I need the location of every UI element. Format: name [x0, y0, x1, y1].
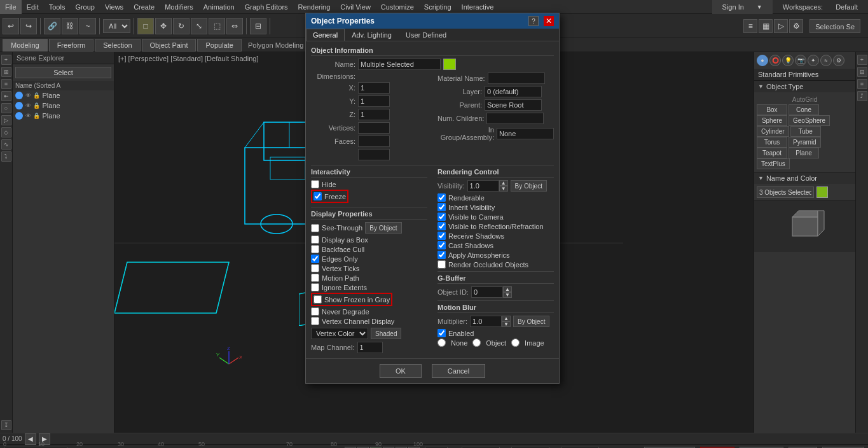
by-object-btn-blur[interactable]: By Object — [513, 316, 549, 327]
visible-camera-checkbox[interactable] — [437, 213, 446, 221]
sidebar-icon-5[interactable]: ○ — [1, 103, 11, 113]
mb-none-radio[interactable] — [437, 339, 446, 347]
map-channel-input[interactable] — [357, 342, 383, 353]
sidebar-icon-2[interactable]: ⊞ — [1, 67, 11, 77]
list-item-2[interactable]: 👁 🔒 Plane — [13, 101, 114, 111]
menu-civil-view[interactable]: Civil View — [335, 0, 375, 14]
menu-interactive[interactable]: Interactive — [457, 0, 499, 14]
move-button[interactable]: ✥ — [155, 18, 172, 34]
name-color-box[interactable] — [443, 59, 456, 70]
name-color-swatch[interactable] — [816, 186, 828, 198]
layer-input[interactable] — [485, 86, 542, 97]
mb-enabled-checkbox[interactable] — [437, 329, 446, 337]
dialog-help-button[interactable]: ? — [528, 16, 539, 26]
box-button[interactable]: Box — [757, 104, 787, 115]
lights-icon[interactable]: 💡 — [782, 55, 794, 66]
right-icon-1[interactable]: + — [857, 55, 867, 65]
object-type-header[interactable]: ▼ Object Type — [754, 81, 855, 92]
mirror-button[interactable]: ⇔ — [226, 18, 243, 34]
shapes-icon[interactable]: ⭕ — [769, 55, 781, 66]
mb-object-radio[interactable] — [472, 339, 481, 347]
redo-button[interactable]: ↪ — [20, 18, 37, 34]
filter-dropdown[interactable]: All — [103, 19, 130, 33]
scale-button[interactable]: ⤡ — [191, 18, 207, 34]
sidebar-icon-3[interactable]: ≡ — [1, 79, 11, 89]
edges-checkbox[interactable] — [311, 255, 319, 263]
spacewarps-icon[interactable]: ≈ — [820, 55, 832, 66]
menu-graph-editors[interactable]: Graph Editors — [240, 0, 293, 14]
tab-selection[interactable]: Selection — [95, 39, 140, 52]
menu-group[interactable]: Group — [70, 0, 100, 14]
menu-customize[interactable]: Customize — [376, 0, 419, 14]
name-color-header[interactable]: ▼ Name and Color — [754, 172, 855, 184]
multiplier-input[interactable] — [470, 316, 502, 327]
plane-button[interactable]: Plane — [789, 148, 819, 158]
cancel-button[interactable]: Cancel — [432, 364, 485, 378]
display-box-checkbox[interactable] — [311, 235, 319, 244]
geometry-icon[interactable]: ● — [757, 55, 768, 66]
sidebar-icon-9[interactable]: ⤵ — [1, 151, 11, 162]
select-button[interactable]: □ — [137, 18, 154, 34]
motion-path-checkbox[interactable] — [311, 274, 319, 282]
menu-create[interactable]: Create — [128, 0, 160, 14]
menu-views[interactable]: Views — [100, 0, 128, 14]
cone-button[interactable]: Cone — [789, 104, 819, 115]
tab-populate[interactable]: Populate — [197, 39, 241, 52]
object-id-down[interactable]: ▼ — [503, 292, 512, 298]
undo-button[interactable]: ↩ — [3, 18, 19, 34]
name-color-field[interactable] — [757, 186, 814, 198]
link-button[interactable]: 🔗 — [44, 18, 60, 34]
backface-checkbox[interactable] — [311, 245, 319, 253]
material-input[interactable] — [488, 73, 545, 84]
apply-atmos-checkbox[interactable] — [437, 251, 446, 259]
list-item-1[interactable]: 👁 🔒 Plane — [13, 90, 114, 101]
geosphere-button[interactable]: GeoSphere — [789, 115, 830, 126]
signin-dropdown-icon[interactable]: ▼ — [752, 0, 768, 14]
ok-button[interactable]: OK — [380, 364, 422, 378]
tab-freeform[interactable]: Freeform — [49, 39, 94, 52]
list-item-3[interactable]: 👁 🔒 Plane — [13, 111, 114, 121]
object-id-up[interactable]: ▲ — [503, 286, 512, 292]
dialog-tab-user-defined[interactable]: User Defined — [399, 29, 453, 41]
align-button[interactable]: ⊟ — [250, 18, 266, 34]
parent-input[interactable] — [485, 99, 542, 111]
sidebar-icon-6[interactable]: ▷ — [1, 115, 11, 125]
bind-button[interactable]: ~ — [79, 18, 96, 34]
dim-y-input[interactable] — [358, 95, 390, 107]
signin-button[interactable]: Sign In — [717, 0, 749, 14]
show-frozen-checkbox[interactable] — [313, 295, 322, 304]
cameras-icon[interactable]: 📷 — [795, 55, 806, 66]
helpers-icon[interactable]: ✦ — [808, 55, 819, 66]
pyramid-button[interactable]: Pyramid — [789, 137, 821, 148]
sidebar-icon-1[interactable]: + — [1, 55, 11, 65]
systems-icon[interactable]: ⚙ — [833, 55, 844, 66]
menu-tools[interactable]: Tools — [44, 0, 71, 14]
textplus-button[interactable]: TextPlus — [757, 158, 790, 169]
cylinder-button[interactable]: Cylinder — [757, 126, 789, 137]
visibility-down[interactable]: ▼ — [499, 186, 508, 192]
shaded-button[interactable]: Shaded — [371, 328, 401, 339]
select-region-button[interactable]: ⬚ — [209, 18, 225, 34]
menu-scripting[interactable]: Scripting — [419, 0, 457, 14]
tab-object-paint[interactable]: Object Paint — [142, 39, 196, 52]
tab-modeling[interactable]: Modeling — [3, 39, 48, 52]
torus-button[interactable]: Torus — [757, 137, 787, 148]
inherit-vis-checkbox[interactable] — [437, 203, 446, 211]
dialog-tab-general[interactable]: General — [306, 29, 345, 41]
timeline-prev-btn[interactable]: ◀ — [25, 433, 36, 445]
workspace-value[interactable]: Default — [830, 0, 863, 14]
vertex-channel-checkbox[interactable] — [311, 317, 319, 325]
sidebar-icon-bottom[interactable]: ↧ — [1, 420, 11, 430]
dialog-close-button[interactable]: ✕ — [544, 16, 554, 26]
sidebar-icon-4[interactable]: ⇤ — [1, 91, 11, 101]
visible-reflection-checkbox[interactable] — [437, 222, 446, 230]
renderable-checkbox[interactable] — [437, 193, 446, 202]
dim-x-input[interactable] — [358, 82, 390, 94]
multiplier-up[interactable]: ▲ — [502, 316, 511, 321]
menu-modifiers[interactable]: Modifiers — [160, 0, 198, 14]
see-through-checkbox[interactable] — [311, 224, 319, 232]
render-occluded-checkbox[interactable] — [437, 260, 446, 269]
receive-shadows-checkbox[interactable] — [437, 232, 446, 240]
by-object-btn-render[interactable]: By Object — [511, 180, 547, 192]
freeze-checkbox[interactable] — [313, 192, 322, 200]
